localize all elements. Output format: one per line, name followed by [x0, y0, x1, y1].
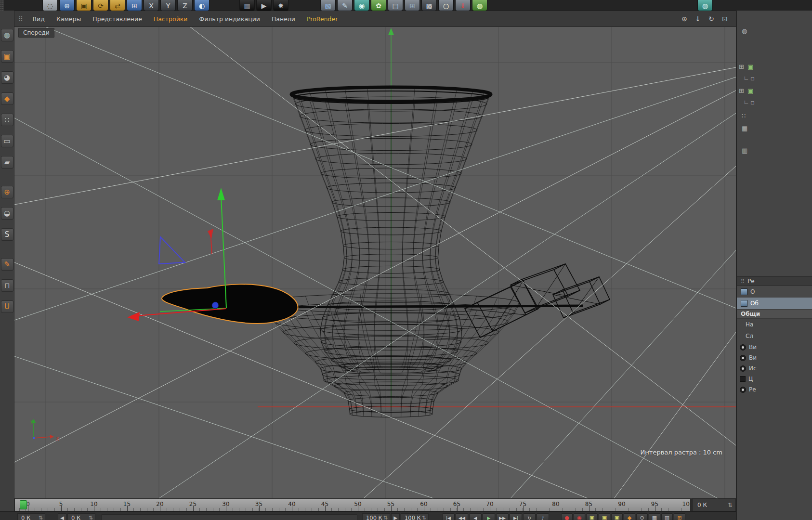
prorender-sphere-icon[interactable]: ◍	[697, 0, 713, 11]
keyframe-selection-icon[interactable]: ▦	[649, 513, 660, 520]
range-start-field[interactable]: 0 К⇅	[17, 513, 45, 520]
snap-icon[interactable]: S	[1, 228, 13, 241]
radio-button[interactable]	[740, 365, 746, 372]
character-icon[interactable]: ⊞	[674, 513, 685, 520]
scene-object-icon[interactable]: ◍	[742, 28, 747, 34]
menu-grip-icon[interactable]: ⠿	[18, 15, 23, 23]
network-icon[interactable]: ◍	[472, 0, 487, 11]
spinner-icon[interactable]: ⇅	[89, 515, 95, 520]
record-position-icon[interactable]: ▣	[586, 513, 598, 520]
motion-clip-icon[interactable]: ▥	[661, 513, 673, 520]
pan-view-icon[interactable]: ⊕	[680, 15, 689, 23]
radio-button[interactable]	[740, 387, 746, 393]
range-start-button[interactable]: ◀	[58, 513, 66, 520]
tree-branch-icon[interactable]: ∟	[744, 75, 749, 81]
light-icon[interactable]: ○	[438, 0, 454, 11]
spinner-icon[interactable]: ⇅	[39, 515, 45, 520]
prev-frame-button[interactable]: ◀	[469, 513, 482, 520]
menu-filter[interactable]: Фильтр индикации	[194, 13, 264, 25]
primitive-cube-icon[interactable]: ▧	[320, 0, 336, 11]
autokey-icon[interactable]: ◉	[574, 513, 585, 520]
radio-button[interactable]	[740, 355, 746, 361]
polygons-mode-icon[interactable]: ▰	[1, 156, 13, 169]
attribute-tab[interactable]: Об	[737, 298, 812, 309]
timeline-ruler[interactable]: 0510152025303540455055606570758085909510…	[14, 498, 691, 511]
spline-pen-icon[interactable]: ✎	[337, 0, 353, 11]
spinner-icon[interactable]: ⇅	[383, 515, 390, 520]
edges-mode-icon[interactable]: ▭	[1, 135, 13, 147]
brush-icon[interactable]: ✎	[1, 258, 13, 271]
lock-y-axis-icon[interactable]: Y	[160, 0, 176, 11]
child-object-icon[interactable]: ▫	[750, 99, 755, 105]
menu-prorender[interactable]: ProRender	[302, 13, 342, 25]
texture-mode-icon[interactable]: ◕	[1, 71, 13, 84]
attribute-section[interactable]: Общи	[737, 309, 812, 319]
rotate-tool-icon[interactable]: ⟳	[93, 0, 108, 11]
play-button[interactable]: ▶	[483, 513, 495, 520]
record-parameter-icon[interactable]: ◆	[624, 513, 635, 520]
grid-object-icon[interactable]: ▦	[742, 125, 747, 131]
menu-panels[interactable]: Панели	[267, 13, 300, 25]
volume-icon[interactable]: ▩	[421, 0, 437, 11]
viewport-front[interactable]: YX Спереди Интервал растра : 10 cm	[14, 27, 736, 498]
frame-counter-field[interactable]: 0 К ⇅	[692, 498, 736, 511]
attr-grip-icon[interactable]: ⠿	[741, 278, 745, 285]
child-object-icon[interactable]: ▫	[750, 75, 755, 81]
prev-key-button[interactable]: ◀◀	[456, 513, 468, 520]
film-object-icon[interactable]: ▥	[742, 147, 747, 154]
attribute-tab[interactable]: О	[737, 286, 812, 298]
rotate-view-icon[interactable]: ↻	[707, 15, 716, 23]
record-pla-icon[interactable]: ⊙	[636, 513, 648, 520]
spinner-icon[interactable]: ⇅	[728, 502, 735, 508]
points-mode-icon[interactable]: ∷	[1, 114, 13, 126]
current-frame-marker[interactable]	[20, 500, 27, 509]
spinner-icon[interactable]: ⇅	[422, 515, 428, 520]
generator-icon[interactable]: ◉	[354, 0, 369, 11]
next-key-button[interactable]: ▶▶	[496, 513, 509, 520]
viewport-mode-icon[interactable]: ◒	[1, 207, 13, 220]
range-end-field[interactable]: 100 К⇅	[401, 513, 429, 520]
last-tool-icon[interactable]: ⇄	[110, 0, 125, 11]
lock-x-axis-icon[interactable]: X	[144, 0, 159, 11]
generator-object-icon[interactable]: ▣	[747, 64, 753, 70]
deformer-icon[interactable]: ▤	[388, 0, 403, 11]
fields-icon[interactable]: ⊞	[405, 0, 420, 11]
tree-branch-icon[interactable]: ∟	[744, 99, 749, 105]
sound-button[interactable]: ♪	[537, 513, 549, 520]
maximize-view-icon[interactable]: ⊡	[720, 15, 729, 23]
loop-button[interactable]: ↻	[523, 513, 536, 520]
view-mode-icon[interactable]: ◍	[1, 29, 13, 41]
menu-view[interactable]: Вид	[28, 13, 50, 25]
workplane-mode-icon[interactable]: ◆	[1, 92, 13, 105]
viewport-label[interactable]: Спереди	[18, 28, 54, 38]
menu-display[interactable]: Представление	[88, 13, 147, 25]
menu-cameras[interactable]: Камеры	[52, 13, 86, 25]
range-end-button[interactable]: ▶	[391, 513, 400, 520]
timeline-power-slider[interactable]	[101, 514, 357, 520]
menu-options[interactable]: Настройки	[149, 13, 193, 25]
scale-tool-icon[interactable]: ▣	[76, 0, 92, 11]
live-selection-icon[interactable]: ◌	[42, 0, 58, 11]
enable-axis-icon[interactable]: ⊕	[1, 186, 13, 198]
goto-start-button[interactable]: |◀	[442, 513, 455, 520]
record-keyframe-icon[interactable]: ●	[561, 513, 573, 520]
points-object-icon[interactable]: ∷	[742, 113, 746, 119]
generator-object-icon[interactable]: ▣	[747, 88, 753, 94]
coord-system-icon[interactable]: ◐	[194, 0, 210, 11]
render-picture-icon[interactable]: ▶	[256, 0, 272, 11]
checkbox[interactable]	[740, 376, 746, 382]
download-icon[interactable]: ⇓	[455, 0, 471, 11]
move-tool-icon[interactable]: ⊕	[59, 0, 75, 11]
lock-icon[interactable]: ⊓	[1, 279, 13, 292]
lock-z-axis-icon[interactable]: Z	[177, 0, 193, 11]
coord-tool-icon[interactable]: ⊞	[127, 0, 142, 11]
preview-end-field[interactable]: 100 К⇅	[362, 513, 390, 520]
expand-toggle-icon[interactable]: ⊞	[739, 64, 744, 70]
array-mograph-icon[interactable]: ✿	[371, 0, 386, 11]
record-scale-icon[interactable]: ▣	[599, 513, 610, 520]
goto-end-button[interactable]: ▶|	[510, 513, 522, 520]
render-settings-icon[interactable]: ✸	[273, 0, 288, 11]
expand-toggle-icon[interactable]: ⊞	[739, 88, 744, 94]
record-rotation-icon[interactable]: ▣	[611, 513, 623, 520]
model-mode-icon[interactable]: ▣	[1, 50, 13, 63]
